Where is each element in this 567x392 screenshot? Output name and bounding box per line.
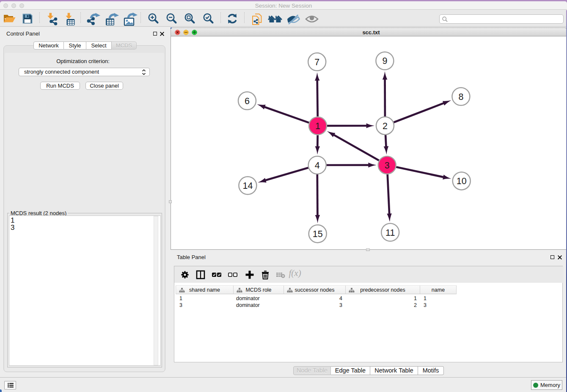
svg-text:1: 1 xyxy=(315,121,320,131)
svg-text:4: 4 xyxy=(315,160,320,171)
svg-text:2: 2 xyxy=(383,121,388,131)
svg-text:6: 6 xyxy=(245,96,250,106)
svg-text:11: 11 xyxy=(385,228,395,238)
svg-text:10: 10 xyxy=(457,176,467,186)
svg-text:7: 7 xyxy=(314,57,319,67)
svg-text:9: 9 xyxy=(382,56,387,66)
svg-text:14: 14 xyxy=(242,181,253,191)
svg-text:15: 15 xyxy=(313,229,323,239)
svg-text:3: 3 xyxy=(385,160,390,171)
svg-text:8: 8 xyxy=(458,92,463,102)
